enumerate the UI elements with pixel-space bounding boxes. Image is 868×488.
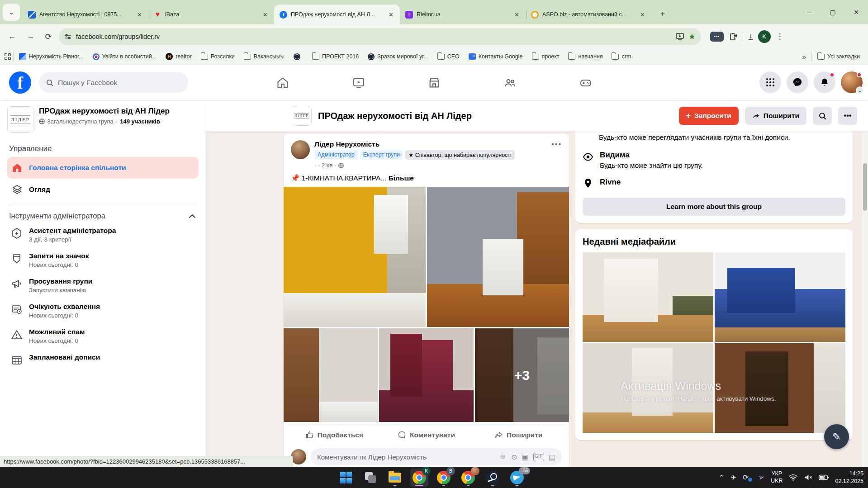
bookmark-folder[interactable]: crm [608,52,635,62]
post-photo-room1[interactable] [284,328,378,422]
close-tab-icon[interactable]: ✕ [135,10,144,19]
tab-facebook-active[interactable]: f ПРОдаж нерухомості від АН Л... ✕ [274,5,400,24]
avatar-comment-icon[interactable]: ⊙ [511,453,517,461]
taskbar-clock[interactable]: 14:25 02.12.2025 [835,470,863,485]
nav-watch-tab[interactable] [329,70,388,95]
bookmark-item[interactable]: Зразок мирової уг... [364,52,432,62]
post-author-name[interactable]: Лідер Нерухомість [314,140,515,148]
chrome-profile-k-button[interactable]: K [410,469,428,487]
sidebar-item-possible-spam[interactable]: Можливий спамНових сьогодні: 0 [7,323,199,349]
like-button[interactable]: Подобається [288,427,380,443]
sidebar-item-pending-approval[interactable]: Очікують схваленняНових сьогодні: 0 [7,298,199,323]
bookmark-folder[interactable]: ПРОЕКТ 2016 [308,52,362,62]
more-photos-overlay[interactable]: +3 [475,328,569,422]
post-photo-bathroom[interactable] [284,187,426,327]
menu-grid-button[interactable] [759,71,781,93]
tab-ibaza[interactable]: ♥ iBaza ✕ [148,5,274,24]
close-tab-icon[interactable]: ✕ [261,10,270,19]
back-button[interactable]: ← [5,29,20,44]
sticker-icon[interactable]: ▤ [549,453,555,461]
bookmark-folder[interactable]: CEO [434,52,463,62]
gif-icon[interactable]: GIF [533,453,544,461]
wifi-icon[interactable] [789,474,797,481]
page-scrollbar[interactable] [862,100,868,467]
tab-agency[interactable]: Агентство Нерухомості | 0975... ✕ [23,5,148,24]
address-bar[interactable]: facebook.com/groups/lider.rv ★ [59,28,701,45]
task-view-button[interactable] [361,469,379,487]
bookmark-folder[interactable]: проект [528,52,563,62]
messenger-button[interactable] [787,71,808,93]
window-close-button[interactable]: ✕ [844,0,868,24]
scrollbar-thumb[interactable] [863,163,867,211]
post-photo-kitchen[interactable] [427,187,569,327]
nav-home-tab[interactable] [253,70,312,95]
sidebar-item-group-promotion[interactable]: Просування групиЗапустити кампанію [7,273,199,298]
bookmark-item[interactable] [290,52,307,62]
share-post-button[interactable]: Поширити [472,427,564,443]
bookmark-star-icon[interactable]: ★ [688,32,696,42]
tab-search-button[interactable]: ⌄ [3,4,20,21]
sidebar-item-overview[interactable]: Огляд [7,179,199,200]
invite-button[interactable]: +Запросити [679,107,739,125]
tray-telegram-icon[interactable]: ✈ [730,474,736,482]
bookmark-item[interactable]: Контакты Google [465,52,526,62]
bookmarks-overflow-button[interactable]: » [799,51,810,62]
sidebar-item-scheduled-posts[interactable]: Заплановані дописи [7,349,199,370]
post-menu-icon[interactable]: ••• [551,140,562,148]
telegram-button[interactable]: ..55 [508,469,526,487]
nav-marketplace-tab[interactable] [405,70,464,95]
bookmark-folder[interactable]: Вакансыыы [240,52,288,62]
close-tab-icon[interactable]: ✕ [387,10,395,19]
facebook-logo[interactable]: f [9,71,31,94]
tray-sync-icon[interactable]: ⟳ [743,473,752,482]
post-photo-hallway[interactable]: +3 [475,328,569,422]
downloads-icon[interactable]: ↓ [749,33,753,40]
post-time[interactable]: · · 2 хв · [314,162,336,169]
sidebar-item-community-home[interactable]: Головна сторінка спільноти [7,157,199,179]
site-settings-icon[interactable] [64,33,71,40]
language-switcher[interactable]: УКР UKR [771,470,783,484]
close-tab-icon[interactable]: ✕ [638,10,647,19]
browser-menu-icon[interactable]: ⋮ [776,32,784,41]
chrome-profile-photo-button[interactable] [459,469,477,487]
browser-profile-avatar[interactable]: K [758,30,771,43]
comment-button[interactable]: Коментувати [380,427,473,443]
learn-more-button[interactable]: Learn more about this group [583,198,845,216]
window-minimize-button[interactable]: — [797,0,821,24]
url-text[interactable]: facebook.com/groups/lider.rv [76,33,671,40]
media-photo-livingroom[interactable] [583,252,713,342]
all-bookmarks-button[interactable]: Усі закладки [814,52,863,62]
apps-grid-icon[interactable] [5,53,11,60]
create-post-fab[interactable]: ✎ [824,424,849,449]
section-admin-tools[interactable]: Інструменти адміністратора [9,212,196,220]
tray-pointer-icon[interactable]: ➢ [757,472,765,483]
comment-input[interactable]: Коментувати як Лідер Нерухомість ☺ ⊙ ▣ G… [311,448,562,465]
start-button[interactable] [337,469,355,487]
tab-rieltor[interactable]: ⚲ Rieltor.ua ✕ [400,5,526,24]
bookmark-item[interactable]: Hrealtor [162,51,195,62]
media-photo-blue-kitchen[interactable] [715,252,845,342]
share-button[interactable]: Поширити [745,107,806,125]
group-more-button[interactable]: ••• [838,107,857,125]
bookmark-folder[interactable]: Розсилки [197,52,238,62]
notifications-button[interactable] [814,71,835,93]
nav-groups-tab[interactable] [481,70,540,95]
media-photo-hallway[interactable] [583,343,713,433]
password-manager-icon[interactable]: ••• [710,32,724,42]
post-author-avatar[interactable] [291,140,310,159]
tab-aspo[interactable]: ASPO.biz - автоматизований с... ✕ [526,5,651,24]
bookmark-item[interactable]: Нерухомість Рівног... [15,51,87,62]
install-app-icon[interactable] [676,33,684,40]
window-maximize-button[interactable]: ▢ [821,0,844,24]
file-explorer-button[interactable] [386,469,404,487]
emoji-icon[interactable]: ☺ [499,453,507,461]
media-photo-wardrobe[interactable] [715,343,845,433]
chrome-profile-b-button[interactable]: B [435,469,453,487]
tray-chevron-up-icon[interactable]: ⌃ [719,474,725,482]
see-more-link[interactable]: Більше [389,174,414,182]
extensions-icon[interactable] [729,33,737,41]
battery-icon[interactable] [819,474,829,480]
facebook-search-input[interactable]: Пошук у Facebook [39,72,188,93]
bookmark-folder[interactable]: навчання [564,52,606,62]
steam-button[interactable] [484,469,502,487]
